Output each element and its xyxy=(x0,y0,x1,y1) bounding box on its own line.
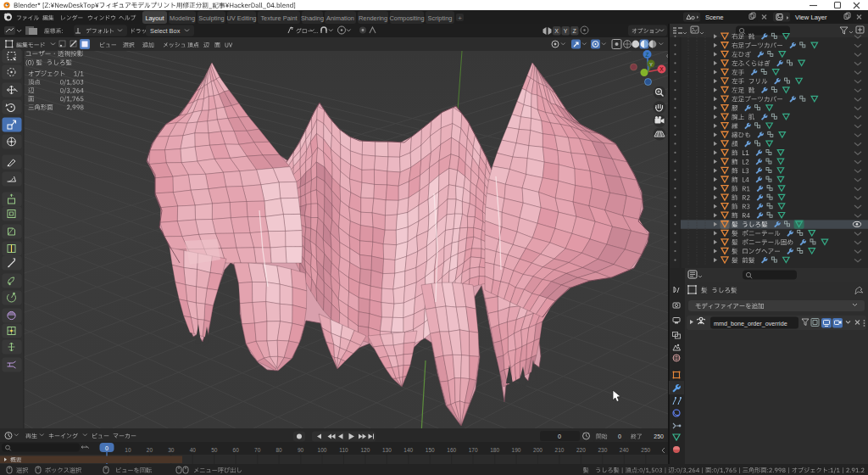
svg-text:Select Box: Select Box xyxy=(150,27,181,35)
svg-text:190: 190 xyxy=(512,447,521,453)
svg-text:Z: Z xyxy=(646,52,649,58)
svg-text:Sculpting: Sculpting xyxy=(198,14,224,22)
svg-text:Scripting: Scripting xyxy=(428,14,453,22)
svg-text:+: + xyxy=(458,14,462,22)
svg-text:110: 110 xyxy=(339,447,348,453)
svg-text:250: 250 xyxy=(654,433,664,439)
svg-text:120: 120 xyxy=(360,447,370,453)
svg-text:170: 170 xyxy=(469,447,478,453)
svg-text:Shading: Shading xyxy=(301,14,324,22)
svg-text:0: 0 xyxy=(558,433,561,440)
svg-text:60: 60 xyxy=(233,447,240,453)
svg-text:210: 210 xyxy=(555,447,565,453)
svg-text:mmd_bone_order_override: mmd_bone_order_override xyxy=(714,320,787,327)
svg-text:Y: Y xyxy=(649,62,653,67)
svg-text:150: 150 xyxy=(426,447,435,453)
svg-text:180: 180 xyxy=(490,447,499,453)
svg-text:220: 220 xyxy=(576,447,586,453)
svg-text:X: X xyxy=(659,66,664,72)
svg-text:Animation: Animation xyxy=(326,14,354,22)
svg-text:130: 130 xyxy=(382,447,392,453)
svg-text:UV Editing: UV Editing xyxy=(227,14,257,22)
svg-text:230: 230 xyxy=(598,447,607,453)
svg-text:250: 250 xyxy=(641,447,650,453)
svg-text:80: 80 xyxy=(275,447,282,453)
svg-text:240: 240 xyxy=(620,447,629,453)
svg-text:100: 100 xyxy=(318,447,327,453)
svg-text:0: 0 xyxy=(105,445,108,451)
svg-text:Compositing: Compositing xyxy=(389,14,424,22)
svg-text:View Layer: View Layer xyxy=(795,14,827,21)
svg-text:140: 140 xyxy=(403,447,413,453)
svg-text:10: 10 xyxy=(125,447,131,453)
svg-text:X: X xyxy=(554,28,559,34)
svg-text:0: 0 xyxy=(618,433,621,439)
svg-text:200: 200 xyxy=(533,447,542,453)
svg-text:Layout: Layout xyxy=(145,14,164,22)
svg-text:30: 30 xyxy=(168,447,175,453)
svg-text:Modeling: Modeling xyxy=(170,14,195,22)
svg-text:50: 50 xyxy=(211,447,218,453)
svg-text:Texture Paint: Texture Paint xyxy=(260,14,297,22)
svg-text:Scene: Scene xyxy=(705,14,724,21)
svg-text:90: 90 xyxy=(298,447,304,453)
svg-text:Rendering: Rendering xyxy=(359,14,387,22)
svg-text:20: 20 xyxy=(147,447,153,453)
svg-text:Z: Z xyxy=(573,28,577,34)
svg-text:70: 70 xyxy=(254,447,261,453)
svg-text:160: 160 xyxy=(447,447,456,453)
svg-text:Y: Y xyxy=(564,28,568,34)
svg-text:40: 40 xyxy=(190,447,197,453)
